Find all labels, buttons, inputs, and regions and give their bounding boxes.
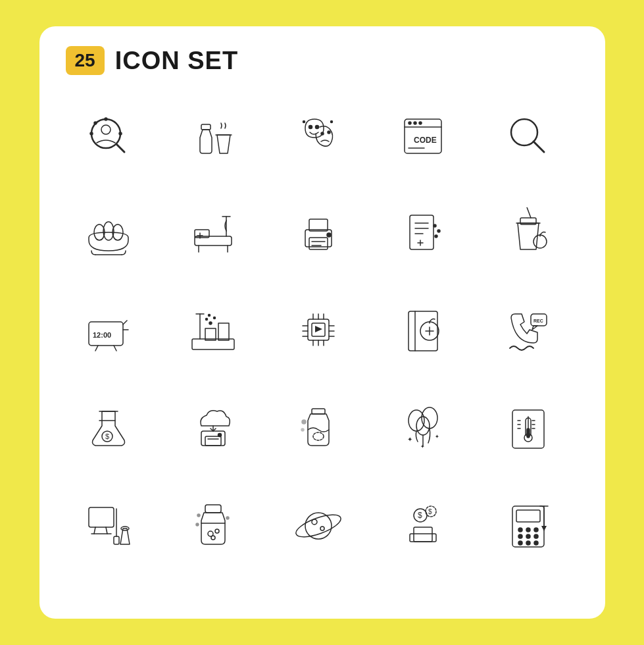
svg-rect-7 xyxy=(201,124,211,130)
svg-line-55 xyxy=(527,207,531,218)
svg-text:$: $ xyxy=(418,511,422,520)
svg-rect-129 xyxy=(114,536,119,544)
dollar-box-icon[interactable]: $ $ xyxy=(380,483,466,569)
svg-point-141 xyxy=(312,519,317,525)
svg-point-67 xyxy=(209,322,212,324)
svg-point-14 xyxy=(330,121,332,123)
svg-point-10 xyxy=(315,126,318,129)
svg-point-70 xyxy=(209,315,211,317)
alcohol-bottle-icon[interactable] xyxy=(170,93,256,179)
svg-point-49 xyxy=(437,230,440,232)
svg-rect-103 xyxy=(312,409,325,414)
svg-marker-85 xyxy=(315,326,322,332)
svg-line-126 xyxy=(106,527,107,534)
search-person-icon[interactable] xyxy=(66,93,151,179)
paint-setup-icon[interactable] xyxy=(66,483,151,569)
svg-text:REC: REC xyxy=(533,319,543,323)
liquid-bottle-icon[interactable] xyxy=(276,386,361,471)
factory-icon[interactable] xyxy=(170,288,256,374)
planet-icon[interactable] xyxy=(276,483,361,569)
svg-line-58 xyxy=(114,346,116,351)
svg-point-139 xyxy=(305,513,332,539)
svg-point-69 xyxy=(214,317,216,319)
svg-point-18 xyxy=(414,122,416,124)
svg-rect-124 xyxy=(89,507,114,527)
svg-line-2 xyxy=(116,144,124,152)
svg-point-1 xyxy=(101,125,111,134)
magnifier-icon[interactable] xyxy=(485,93,571,179)
egg-tray-icon[interactable] xyxy=(66,191,151,276)
svg-line-23 xyxy=(533,142,544,152)
svg-point-11 xyxy=(321,132,324,135)
svg-point-136 xyxy=(197,514,200,517)
svg-point-154 xyxy=(518,534,522,538)
svg-point-48 xyxy=(433,224,436,227)
header: 25 ICON SET xyxy=(66,46,239,75)
svg-point-106 xyxy=(301,428,304,431)
icon-grid: CODE xyxy=(66,93,579,569)
page-title: ICON SET xyxy=(115,47,238,75)
card: 25 ICON SET xyxy=(39,26,605,619)
badge-number: 25 xyxy=(66,46,105,75)
svg-point-17 xyxy=(409,122,411,124)
svg-point-138 xyxy=(196,523,199,526)
svg-text:✦: ✦ xyxy=(435,434,439,440)
lab-flask-icon[interactable]: $ xyxy=(66,386,151,471)
svg-point-53 xyxy=(533,235,547,248)
svg-point-12 xyxy=(328,131,330,134)
svg-point-13 xyxy=(303,121,305,123)
svg-line-57 xyxy=(95,346,98,351)
phone-record-icon[interactable]: REC xyxy=(485,288,571,374)
takeaway-cup-icon[interactable] xyxy=(485,191,571,276)
processor-icon[interactable] xyxy=(276,288,361,374)
svg-point-153 xyxy=(534,528,538,532)
svg-rect-37 xyxy=(309,238,328,249)
svg-text:✦: ✦ xyxy=(420,444,425,450)
svg-point-3 xyxy=(90,132,93,135)
svg-point-105 xyxy=(302,420,306,424)
svg-text:12:00: 12:00 xyxy=(93,331,111,339)
svg-text:✦: ✦ xyxy=(407,436,412,443)
svg-marker-162 xyxy=(541,526,547,531)
svg-point-19 xyxy=(419,122,422,124)
svg-rect-117 xyxy=(527,428,530,438)
svg-rect-66 xyxy=(218,323,229,340)
thermometer-doc-icon[interactable] xyxy=(485,386,571,471)
theater-masks-icon[interactable] xyxy=(276,93,361,179)
code-window-icon[interactable]: CODE xyxy=(380,93,466,179)
svg-point-50 xyxy=(435,235,437,238)
svg-line-125 xyxy=(94,527,95,534)
svg-point-39 xyxy=(327,233,331,237)
svg-point-152 xyxy=(526,528,530,532)
svg-line-60 xyxy=(123,321,127,324)
medical-note-icon[interactable] xyxy=(380,191,466,276)
svg-point-9 xyxy=(309,126,312,129)
printer-icon[interactable] xyxy=(276,191,361,276)
svg-point-134 xyxy=(215,529,219,533)
balloons-icon[interactable]: ✦ ✦ ✦ xyxy=(380,386,466,471)
calculator-icon[interactable] xyxy=(485,483,571,569)
svg-point-159 xyxy=(534,541,538,545)
svg-point-140 xyxy=(293,510,343,541)
svg-rect-150 xyxy=(516,510,540,522)
svg-point-135 xyxy=(211,536,215,540)
cloud-print-icon[interactable] xyxy=(170,386,256,471)
svg-text:$: $ xyxy=(428,508,432,515)
svg-rect-143 xyxy=(414,527,432,542)
svg-point-5 xyxy=(119,132,122,135)
svg-point-4 xyxy=(105,118,107,120)
shaker-bottle-icon[interactable] xyxy=(170,483,256,569)
clock-tv-icon[interactable]: 12:00 xyxy=(66,288,151,374)
svg-point-142 xyxy=(320,527,324,530)
svg-point-155 xyxy=(526,534,530,538)
svg-point-157 xyxy=(518,541,522,545)
hospital-bed-icon[interactable] xyxy=(170,191,256,276)
svg-point-104 xyxy=(313,432,324,440)
svg-text:CODE: CODE xyxy=(414,136,437,145)
svg-rect-99 xyxy=(205,436,221,446)
svg-point-151 xyxy=(518,528,522,532)
svg-text:$: $ xyxy=(105,432,109,440)
svg-point-6 xyxy=(94,122,97,124)
recipe-book-icon[interactable] xyxy=(380,288,466,374)
svg-point-100 xyxy=(218,434,222,437)
